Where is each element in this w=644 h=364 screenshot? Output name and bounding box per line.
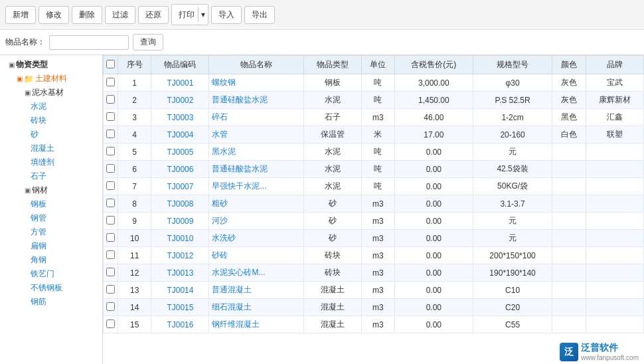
row-name[interactable]: 普通硅酸盐水泥: [209, 92, 303, 109]
row-checkbox[interactable]: [106, 302, 115, 311]
import-button[interactable]: 导入: [211, 6, 242, 24]
row-checkbox-cell[interactable]: [104, 92, 118, 109]
row-code[interactable]: TJ0010: [151, 230, 209, 247]
sidebar-item-square-pipe[interactable]: 方管: [0, 225, 102, 239]
row-name[interactable]: 砂砖: [209, 247, 303, 264]
row-checkbox[interactable]: [106, 147, 115, 155]
sidebar-item-ss-plate[interactable]: 不锈钢板: [0, 281, 102, 295]
row-checkbox[interactable]: [106, 250, 115, 259]
row-checkbox-cell[interactable]: [104, 316, 118, 333]
sidebar-item-stone[interactable]: 石子: [0, 169, 102, 183]
row-name[interactable]: 螺纹钢: [209, 74, 303, 92]
row-checkbox-cell[interactable]: [104, 109, 118, 126]
table-row: 7 TJ0007 早强快干水泥... 水泥 吨 0.00 50KG/袋: [104, 178, 644, 195]
row-code[interactable]: TJ0003: [151, 109, 209, 126]
sidebar-item-rebar[interactable]: 钢筋: [0, 295, 102, 309]
row-checkbox[interactable]: [106, 164, 115, 173]
row-checkbox-cell[interactable]: [104, 195, 118, 213]
row-checkbox-cell[interactable]: [104, 282, 118, 299]
row-code[interactable]: TJ0001: [151, 74, 209, 92]
row-name[interactable]: 粗砂: [209, 195, 303, 213]
sidebar-item-flat-steel[interactable]: 扁钢: [0, 239, 102, 253]
th-select-all[interactable]: [104, 56, 118, 74]
row-checkbox[interactable]: [106, 216, 115, 225]
row-name[interactable]: 普通混凝土: [209, 282, 303, 299]
sidebar-item-brick[interactable]: 砖块: [0, 114, 102, 128]
row-checkbox[interactable]: [106, 319, 115, 328]
row-name[interactable]: 普通硅酸盐水泥: [209, 161, 303, 178]
sidebar-item-root[interactable]: ▣ 物资类型: [0, 58, 102, 72]
row-spec: 1-2cm: [473, 109, 552, 126]
row-checkbox[interactable]: [106, 78, 115, 86]
filter-button[interactable]: 过滤: [105, 6, 135, 24]
print-button[interactable]: 打印 ▾: [171, 4, 208, 25]
row-checkbox-cell[interactable]: [104, 247, 118, 264]
sidebar-item-steel-plate[interactable]: 钢板: [0, 197, 102, 211]
row-code[interactable]: TJ0016: [151, 316, 209, 333]
sidebar-item-civil[interactable]: ▣ 📁 土建材料: [0, 72, 102, 86]
row-checkbox[interactable]: [106, 130, 115, 138]
sidebar-item-sand[interactable]: 砂: [0, 128, 102, 141]
row-spec: C10: [473, 282, 552, 299]
row-checkbox[interactable]: [106, 181, 115, 190]
row-checkbox[interactable]: [106, 268, 115, 276]
sidebar-item-iron-door[interactable]: 铁艺门: [0, 267, 102, 281]
row-code[interactable]: TJ0008: [151, 195, 209, 213]
row-color: [552, 264, 586, 282]
row-name[interactable]: 水管: [209, 126, 303, 143]
row-name[interactable]: 黑水泥: [209, 143, 303, 161]
edit-button[interactable]: 修改: [39, 6, 69, 24]
sidebar-item-cement[interactable]: 水泥: [0, 100, 102, 114]
sidebar-item-steel-pipe[interactable]: 钢管: [0, 211, 102, 225]
row-code[interactable]: TJ0002: [151, 92, 209, 109]
row-checkbox-cell[interactable]: [104, 74, 118, 92]
sidebar-item-filler[interactable]: 填缝剂: [0, 155, 102, 169]
restore-button[interactable]: 还原: [138, 6, 169, 24]
select-all-checkbox[interactable]: [106, 60, 115, 68]
row-name[interactable]: 水洗砂: [209, 230, 303, 247]
delete-button[interactable]: 删除: [72, 6, 102, 24]
row-checkbox-cell[interactable]: [104, 299, 118, 316]
row-checkbox-cell[interactable]: [104, 161, 118, 178]
search-input[interactable]: [49, 35, 129, 50]
sidebar-item-mud[interactable]: ▣ 泥水基材: [0, 86, 102, 100]
row-checkbox-cell[interactable]: [104, 178, 118, 195]
row-spec: C55: [473, 316, 552, 333]
row-name[interactable]: 河沙: [209, 213, 303, 230]
add-button[interactable]: 新增: [5, 6, 36, 24]
sidebar-item-concrete[interactable]: 混凝土: [0, 141, 102, 155]
row-code[interactable]: TJ0009: [151, 213, 209, 230]
row-code[interactable]: TJ0007: [151, 178, 209, 195]
row-code[interactable]: TJ0012: [151, 247, 209, 264]
brand-logo-text: 泛: [564, 346, 574, 358]
row-name[interactable]: 碎石: [209, 109, 303, 126]
row-name[interactable]: 细石混凝土: [209, 299, 303, 316]
row-checkbox[interactable]: [106, 95, 115, 104]
sidebar-item-angle-steel[interactable]: 角钢: [0, 253, 102, 267]
row-no: 11: [118, 247, 151, 264]
row-type: 水泥: [303, 143, 361, 161]
row-checkbox[interactable]: [106, 233, 115, 242]
row-name[interactable]: 水泥实心砖M...: [209, 264, 303, 282]
row-checkbox[interactable]: [106, 285, 115, 294]
th-code: 物品编码: [151, 56, 209, 74]
row-code[interactable]: TJ0006: [151, 161, 209, 178]
row-checkbox-cell[interactable]: [104, 264, 118, 282]
sidebar-item-steel[interactable]: ▣ 钢材: [0, 183, 102, 197]
print-arrow[interactable]: ▾: [198, 7, 208, 22]
row-code[interactable]: TJ0014: [151, 282, 209, 299]
row-code[interactable]: TJ0005: [151, 143, 209, 161]
row-checkbox-cell[interactable]: [104, 126, 118, 143]
row-code[interactable]: TJ0015: [151, 299, 209, 316]
row-name[interactable]: 钢纤维混凝土: [209, 316, 303, 333]
row-checkbox-cell[interactable]: [104, 213, 118, 230]
row-code[interactable]: TJ0013: [151, 264, 209, 282]
row-name[interactable]: 早强快干水泥...: [209, 178, 303, 195]
row-checkbox-cell[interactable]: [104, 143, 118, 161]
export-button[interactable]: 导出: [244, 6, 275, 24]
row-checkbox[interactable]: [106, 199, 115, 207]
row-code[interactable]: TJ0004: [151, 126, 209, 143]
row-checkbox[interactable]: [106, 112, 115, 121]
search-button[interactable]: 查询: [133, 34, 163, 50]
row-checkbox-cell[interactable]: [104, 230, 118, 247]
